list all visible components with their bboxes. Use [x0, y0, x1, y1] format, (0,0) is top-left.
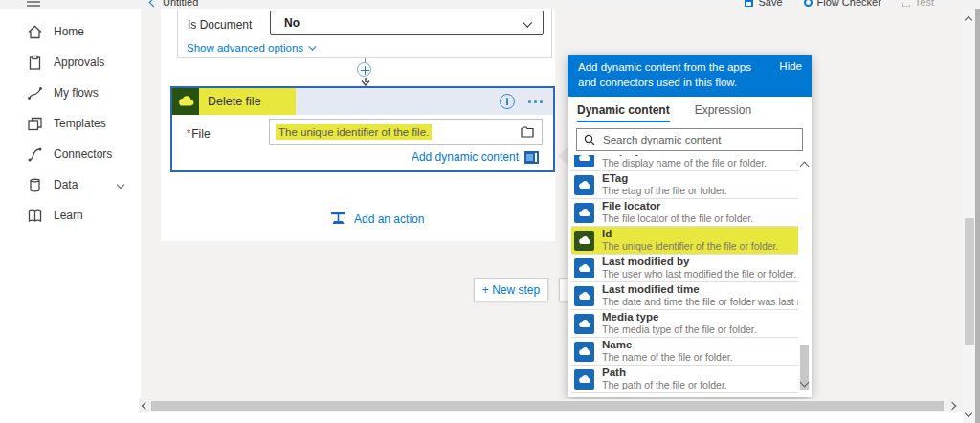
- item-title: Path: [602, 367, 727, 380]
- hide-panel-button[interactable]: Hide: [779, 60, 802, 90]
- test-icon: [902, 0, 910, 7]
- item-description: The user who last modified the file or f…: [602, 268, 796, 280]
- insert-step-button[interactable]: [357, 62, 371, 77]
- onedrive-icon: [574, 231, 594, 251]
- onedrive-icon: [574, 155, 594, 167]
- item-title: ETag: [602, 172, 727, 186]
- tab-expression[interactable]: Expression: [695, 103, 751, 122]
- delete-file-card-body: *File The unique identifier of the file.…: [172, 115, 553, 170]
- topbar-actions: Save Flow Checker Test: [745, 0, 934, 8]
- is-document-label: Is Document: [188, 18, 252, 32]
- item-description: The date and time the file or folder was…: [602, 296, 798, 308]
- onedrive-icon: [574, 258, 594, 278]
- approvals-icon: [27, 55, 43, 71]
- required-marker: *: [187, 127, 190, 139]
- item-title: Id: [602, 228, 778, 241]
- add-dynamic-content-row: Add dynamic content: [412, 150, 539, 164]
- dynamic-content-item[interactable]: File locator The file locator of the fil…: [571, 199, 798, 227]
- dynamic-content-item[interactable]: Last modified by The user who last modif…: [571, 255, 798, 282]
- item-description: The unique identifier of the file or fol…: [602, 240, 778, 253]
- trigger-card[interactable]: Is Document No Show advanced options: [177, 9, 552, 58]
- sidebar-item-approvals[interactable]: Approvals: [0, 47, 141, 78]
- dynamic-content-item[interactable]: Media type The media type of the file or…: [571, 310, 798, 338]
- bottom-filler: [0, 412, 975, 423]
- scroll-right-icon[interactable]: [948, 401, 956, 409]
- templates-icon: [27, 116, 43, 132]
- dynamic-content-panel: Add dynamic content from the apps and co…: [568, 55, 812, 397]
- item-title: Media type: [602, 311, 757, 324]
- item-title: Name: [602, 339, 733, 352]
- sidebar-item-my-flows[interactable]: My flows: [0, 78, 141, 108]
- file-picker-icon[interactable]: [521, 126, 534, 138]
- search-icon: [584, 134, 595, 145]
- onedrive-icon: [172, 88, 199, 115]
- dynamic-content-item[interactable]: ETag The etag of the file or folder.: [571, 171, 798, 199]
- dynamic-content-item[interactable]: Name The name of the file or folder.: [571, 338, 798, 366]
- dynamic-content-item[interactable]: Path The path of the file or folder.: [571, 366, 798, 393]
- info-icon[interactable]: [500, 94, 515, 109]
- sidebar-item-data[interactable]: Data: [0, 169, 141, 200]
- flow-checker-button[interactable]: Flow Checker: [804, 0, 881, 8]
- dynamic-panel-header: Add dynamic content from the apps and co…: [568, 55, 812, 97]
- flow-title: Untitled: [163, 0, 198, 8]
- onedrive-icon: [574, 342, 594, 362]
- delete-file-card[interactable]: Delete file *File The unique identifier …: [170, 86, 555, 172]
- scroll-left-icon[interactable]: [142, 401, 149, 409]
- panel-scrollbar[interactable]: [799, 155, 811, 393]
- scroll-up-icon[interactable]: [965, 16, 972, 24]
- horizontal-scrollbar-thumb[interactable]: [151, 401, 944, 411]
- new-step-button[interactable]: + New step: [474, 278, 548, 301]
- onedrive-icon: [574, 286, 594, 306]
- show-advanced-options-link[interactable]: Show advanced options: [187, 42, 314, 54]
- chevron-down-icon: [523, 17, 532, 27]
- learn-icon: [27, 208, 43, 224]
- sidebar-item-templates[interactable]: Templates: [0, 108, 141, 139]
- sidebar-item-connectors[interactable]: Connectors: [0, 139, 141, 169]
- vertical-scrollbar-thumb[interactable]: [965, 218, 974, 345]
- connectors-icon: [27, 146, 43, 163]
- more-options-icon[interactable]: [528, 100, 543, 103]
- top-command-bar: Untitled Save Flow Checker Test: [0, 0, 980, 9]
- chevron-down-icon: [117, 181, 124, 189]
- add-dynamic-content-icon: [524, 151, 539, 164]
- left-sidebar: Home Approvals My flows Templates Connec…: [0, 9, 141, 412]
- scroll-down-icon[interactable]: [965, 410, 972, 417]
- flow-checker-icon: [804, 0, 813, 7]
- hamburger-menu-icon[interactable]: [27, 0, 40, 7]
- dynamic-content-item[interactable]: Last modified time The date and time the…: [571, 282, 798, 310]
- window-right-edge: [975, 0, 980, 423]
- flow-canvas: Is Document No Show advanced options: [161, 9, 555, 241]
- file-field-label: *File: [187, 127, 211, 141]
- action-card-title: Delete file: [199, 88, 296, 115]
- add-an-action-link[interactable]: Add an action: [330, 212, 424, 226]
- delete-file-card-header[interactable]: Delete file: [172, 88, 553, 115]
- item-title: File locator: [602, 200, 753, 213]
- item-title: Last modified time: [602, 283, 798, 297]
- flow-designer-workspace: Is Document No Show advanced options: [141, 9, 963, 399]
- vertical-scrollbar[interactable]: [963, 9, 975, 423]
- item-description: The media type of the file or folder.: [602, 323, 757, 336]
- panel-tabs: Dynamic content Expression: [568, 97, 812, 122]
- dynamic-content-item[interactable]: Display Name The display name of the fil…: [571, 155, 798, 171]
- home-icon: [27, 24, 43, 40]
- tab-dynamic-content[interactable]: Dynamic content: [577, 103, 670, 122]
- item-description: The display name of the file or folder.: [602, 157, 767, 169]
- onedrive-icon: [574, 314, 594, 334]
- sidebar-item-home[interactable]: Home: [0, 16, 141, 47]
- dynamic-content-search-input[interactable]: Search dynamic content: [576, 128, 803, 151]
- chevron-down-icon: [308, 42, 316, 50]
- arrow-down-icon: [361, 78, 370, 86]
- add-dynamic-content-link[interactable]: Add dynamic content: [412, 150, 519, 164]
- my-flows-icon: [27, 85, 43, 101]
- sidebar-item-learn[interactable]: Learn: [0, 200, 141, 231]
- add-action-icon: [330, 212, 346, 226]
- dynamic-content-item[interactable]: Id The unique identifier of the file or …: [571, 227, 798, 255]
- is-document-dropdown[interactable]: No: [270, 11, 544, 35]
- scroll-up-icon[interactable]: [800, 162, 810, 171]
- file-input-placeholder: The unique identifier of the file.: [276, 124, 432, 140]
- file-input[interactable]: The unique identifier of the file.: [269, 119, 543, 145]
- back-icon[interactable]: [149, 0, 159, 7]
- save-button[interactable]: Save: [745, 0, 782, 8]
- horizontal-scrollbar[interactable]: [139, 399, 963, 412]
- test-button[interactable]: Test: [902, 0, 934, 8]
